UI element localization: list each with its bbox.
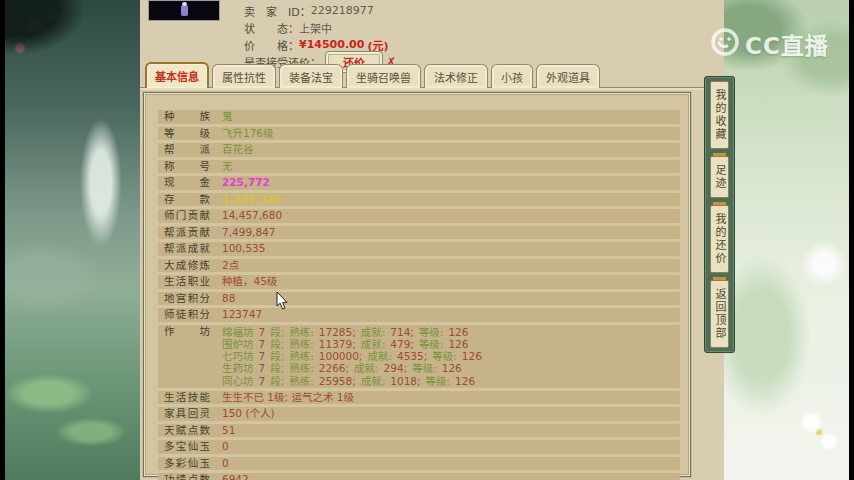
info-row-value: 88	[222, 293, 235, 305]
mouse-cursor	[276, 292, 289, 315]
workshop-stat-value: 714;	[390, 326, 414, 338]
info-row-label: 大成修炼	[164, 260, 210, 272]
workshop-stat-value: 126	[448, 326, 468, 338]
workshop-grade-suffix: 段;	[270, 326, 284, 338]
workshop-stat-value: 25958;	[319, 375, 356, 387]
info-row-label: 师徒积分	[164, 309, 210, 321]
basic-info-panel: 种族鬼等级飞升176级帮派百花谷称号无现金225,772存款1,233,329师…	[143, 92, 691, 477]
sidebar-button-footprints[interactable]: 足迹	[710, 156, 729, 198]
workshop-name: 七巧坊	[222, 350, 254, 362]
workshop-grade-suffix: 段;	[270, 350, 284, 362]
workshop-stat-value: 126	[455, 375, 475, 387]
info-row-value: 飞升176级	[222, 128, 274, 140]
workshop-stat-label: 等级:	[412, 362, 437, 374]
info-row-value: 14,457,680	[222, 210, 282, 222]
price-label: 价 格：	[244, 37, 299, 53]
background-scenery-right	[724, 0, 849, 480]
info-row-label: 多宝仙玉	[164, 441, 210, 453]
workshop-grade-suffix: 段;	[270, 338, 284, 350]
workshop-stat-value: 126	[448, 338, 468, 350]
seller-id-row: 卖 家 ID： 229218977	[244, 2, 396, 19]
info-row: 称号无	[158, 160, 680, 174]
info-row: 作坊绵福坊7段;熟练:17285;成就:714;等级:126围炉坊7段;熟练:1…	[158, 325, 680, 388]
tab-bar: 基本信息属性抗性装备法宝坐骑召唤兽法术修正小孩外观道具	[145, 64, 600, 88]
sidebar-button-my-collection[interactable]: 我的收藏	[710, 81, 729, 149]
info-row-label: 生活技能	[164, 392, 210, 404]
sidebar-button-my-counteroffer[interactable]: 我的还价	[710, 205, 729, 273]
character-preview-image[interactable]	[148, 0, 220, 21]
info-row-value: 6942	[222, 474, 249, 480]
info-row: 家具回灵150 (个人)	[158, 407, 680, 421]
workshop-stat-label: 等级:	[419, 338, 444, 350]
workshop-grade: 7	[259, 375, 266, 387]
status-value: 上架中	[299, 20, 332, 36]
info-row-label: 功绩点数	[164, 474, 210, 480]
info-row-label: 多彩仙玉	[164, 458, 210, 470]
workshop-stat-value: 100000;	[319, 350, 363, 362]
tab-basic-info[interactable]: 基本信息	[145, 62, 209, 88]
screenshot-stage: 卖 家 ID： 229218977 状 态： 上架中 价 格： ¥14500.0…	[0, 0, 854, 480]
info-row-label: 地宫积分	[164, 293, 210, 305]
tab-mount-pet[interactable]: 坐骑召唤兽	[346, 64, 421, 88]
tab-attributes[interactable]: 属性抗性	[212, 64, 276, 88]
info-row-label: 作坊	[164, 326, 210, 387]
workshop-line: 围炉坊7段;熟练:11379;成就:479;等级:126	[222, 338, 482, 350]
workshop-stat-value: 126	[442, 362, 462, 374]
info-row-value: 0	[222, 458, 229, 470]
character-sprite	[181, 5, 188, 16]
info-row: 现金225,772	[158, 176, 680, 190]
main-content-column: 卖 家 ID： 229218977 状 态： 上架中 价 格： ¥14500.0…	[140, 0, 724, 480]
workshop-stat-value: 11379;	[319, 338, 356, 350]
workshop-line: 七巧坊7段;熟练:100000;成就:4535;等级:126	[222, 350, 482, 362]
info-row-value: 种植，45级	[222, 276, 277, 288]
info-row-label: 天赋点数	[164, 425, 210, 437]
info-row: 帮派贡献7,499,847	[158, 226, 680, 240]
background-scenery-left	[0, 0, 140, 480]
tab-skill-correction[interactable]: 法术修正	[424, 64, 488, 88]
workshop-grade: 7	[259, 326, 266, 338]
info-row: 生活技能生生不已 1级; 运气之术 1级	[158, 391, 680, 405]
workshop-grade: 7	[259, 362, 266, 374]
info-row-label: 称号	[164, 161, 210, 173]
workshop-grade: 7	[259, 338, 266, 350]
tab-child[interactable]: 小孩	[491, 64, 533, 88]
info-row-label: 现金	[164, 177, 210, 189]
sidebar-button-back-to-top[interactable]: 返回顶部	[710, 280, 729, 348]
workshop-grade-suffix: 段;	[270, 362, 284, 374]
workshop-name: 围炉坊	[222, 338, 254, 350]
workshop-stat-label: 成就:	[361, 375, 386, 387]
floating-sidebar: 我的收藏足迹我的还价返回顶部	[704, 76, 735, 353]
info-row-value: 生生不已 1级; 运气之术 1级	[222, 392, 354, 404]
workshop-stat-label: 成就:	[361, 338, 386, 350]
info-row-value: 123747	[222, 309, 262, 321]
tab-appearance-items[interactable]: 外观道具	[536, 64, 600, 88]
right-letterbox-bar	[849, 0, 854, 480]
workshop-grade: 7	[259, 350, 266, 362]
info-row-value: 鬼	[222, 111, 233, 123]
info-row: 师徒积分123747	[158, 308, 680, 322]
workshop-stat-label: 成就:	[367, 350, 392, 362]
info-row: 帮派成就100,535	[158, 242, 680, 256]
info-row: 等级飞升176级	[158, 127, 680, 141]
workshop-stat-label: 等级:	[426, 375, 451, 387]
info-row-value: 1,233,329	[222, 194, 281, 206]
info-row-value: 150 (个人)	[222, 408, 275, 420]
info-row-label: 师门贡献	[164, 210, 210, 222]
workshop-stat-label: 熟练:	[289, 338, 314, 350]
info-row-value: 0	[222, 441, 229, 453]
info-row-value: 绵福坊7段;熟练:17285;成就:714;等级:126围炉坊7段;熟练:113…	[222, 326, 482, 387]
info-row-label: 存款	[164, 194, 210, 206]
info-row-label: 家具回灵	[164, 408, 210, 420]
workshop-stat-value: 4535;	[397, 350, 427, 362]
workshop-stat-label: 熟练:	[289, 362, 314, 374]
tab-equipment[interactable]: 装备法宝	[279, 64, 343, 88]
workshop-stat-value: 294;	[384, 362, 408, 374]
info-row: 多彩仙玉0	[158, 457, 680, 471]
workshop-stat-label: 熟练:	[289, 326, 314, 338]
workshop-stat-value: 17285;	[319, 326, 356, 338]
info-row: 种族鬼	[158, 110, 680, 124]
info-row-label: 帮派成就	[164, 243, 210, 255]
info-row: 多宝仙玉0	[158, 440, 680, 454]
info-row-value: 51	[222, 425, 235, 437]
info-row: 功绩点数6942	[158, 473, 680, 480]
